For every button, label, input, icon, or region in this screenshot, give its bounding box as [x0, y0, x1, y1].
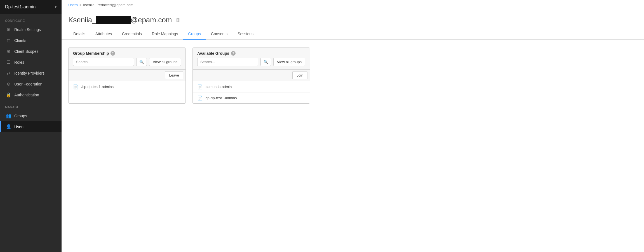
group-item-label: /cp-dp-test1-admins	[81, 85, 114, 89]
tab-sessions[interactable]: Sessions	[232, 29, 258, 40]
sidebar-item-groups[interactable]: 👥 Groups	[0, 110, 62, 121]
list-item[interactable]: 📄 cp-dp-test1-admins	[193, 92, 310, 103]
group-membership-search-input[interactable]	[73, 58, 134, 66]
sidebar-item-user-federation[interactable]: ⊘ User Federation	[0, 79, 62, 89]
sidebar-item-realm-settings[interactable]: ⚙ Realm Settings	[0, 24, 62, 35]
group-item-label: cp-dp-test1-admins	[206, 96, 237, 100]
leave-button[interactable]: Leave	[165, 71, 183, 79]
realm-settings-icon: ⚙	[6, 27, 11, 32]
roles-icon: ☰	[6, 60, 11, 65]
client-scopes-icon: ⊕	[6, 49, 11, 54]
authentication-icon: 🔒	[6, 92, 11, 98]
list-item[interactable]: 📄 camunda-admin	[193, 81, 310, 92]
realm-selector[interactable]: Dp-test1-admin ▾	[0, 0, 62, 14]
sidebar-item-label: Identity Providers	[14, 71, 44, 75]
group-item-label: camunda-admin	[206, 85, 232, 89]
group-membership-view-all-button[interactable]: View all groups	[149, 58, 181, 66]
group-membership-search-button[interactable]: 🔍	[136, 58, 147, 66]
available-groups-panel: Available Groups ? 🔍 View all groups Joi…	[192, 47, 310, 104]
sidebar-item-label: Authentication	[14, 93, 39, 97]
available-groups-title: Available Groups ?	[197, 51, 305, 56]
redacted-username	[96, 16, 131, 24]
sidebar-item-label: Users	[14, 125, 25, 129]
tab-credentials[interactable]: Credentials	[117, 29, 147, 40]
realm-name: Dp-test1-admin	[5, 4, 36, 9]
available-groups-controls: 🔍 View all groups	[197, 58, 305, 66]
identity-providers-icon: ⇄	[6, 70, 11, 76]
sidebar-item-label: User Federation	[14, 82, 42, 86]
tab-role-mappings[interactable]: Role Mappings	[147, 29, 183, 40]
join-button[interactable]: Join	[292, 71, 307, 79]
sidebar-item-label: Realm Settings	[14, 27, 41, 32]
available-groups-action-row: Join	[193, 70, 310, 81]
main-content: Users > kseniia_[redacted]@epam.com Ksen…	[62, 0, 644, 252]
group-membership-action-row: Leave	[69, 70, 185, 81]
breadcrumb: Users > kseniia_[redacted]@epam.com	[62, 0, 644, 10]
groups-icon: 👥	[6, 113, 11, 118]
available-groups-search-button[interactable]: 🔍	[260, 58, 271, 66]
breadcrumb-separator: >	[79, 3, 82, 7]
users-icon: 👤	[6, 124, 11, 129]
sidebar: Dp-test1-admin ▾ Configure ⚙ Realm Setti…	[0, 0, 62, 252]
configure-section-label: Configure	[0, 14, 62, 24]
available-groups-header: Available Groups ? 🔍 View all groups	[193, 48, 310, 70]
available-groups-help-icon[interactable]: ?	[231, 51, 236, 56]
tab-groups[interactable]: Groups	[183, 29, 206, 40]
sidebar-item-label: Groups	[14, 114, 27, 118]
group-membership-panel: Group Membership ? 🔍 View all groups Lea…	[68, 47, 186, 104]
tab-consents[interactable]: Consents	[206, 29, 232, 40]
title-prefix: Kseniia_	[68, 16, 96, 24]
sidebar-item-client-scopes[interactable]: ⊕ Client Scopes	[0, 46, 62, 57]
group-membership-list: 📄 /cp-dp-test1-admins	[69, 81, 185, 92]
sidebar-item-label: Client Scopes	[14, 49, 38, 54]
user-federation-icon: ⊘	[6, 81, 11, 87]
sidebar-item-users[interactable]: 👤 Users	[0, 121, 62, 132]
breadcrumb-current: kseniia_[redacted]@epam.com	[83, 3, 133, 7]
page-header: Kseniia_ @epam.com 🗑	[62, 10, 644, 24]
tab-details[interactable]: Details	[68, 29, 90, 40]
group-membership-header: Group Membership ? 🔍 View all groups	[69, 48, 185, 70]
available-groups-list: 📄 camunda-admin 📄 cp-dp-test1-admins	[193, 81, 310, 103]
group-membership-title: Group Membership ?	[73, 51, 181, 56]
chevron-down-icon: ▾	[55, 5, 57, 9]
available-groups-search-input[interactable]	[197, 58, 258, 66]
sidebar-item-roles[interactable]: ☰ Roles	[0, 57, 62, 68]
manage-section-label: Manage	[0, 100, 62, 110]
groups-content: Group Membership ? 🔍 View all groups Lea…	[62, 40, 644, 111]
tab-bar: Details Attributes Credentials Role Mapp…	[62, 29, 644, 40]
sidebar-item-clients[interactable]: ◻ Clients	[0, 35, 62, 46]
sidebar-item-authentication[interactable]: 🔒 Authentication	[0, 89, 62, 100]
clients-icon: ◻	[6, 38, 11, 43]
delete-user-icon[interactable]: 🗑	[176, 17, 181, 23]
group-doc-icon: 📄	[197, 95, 203, 101]
sidebar-item-label: Clients	[14, 38, 26, 43]
group-doc-icon: 📄	[73, 84, 79, 89]
sidebar-item-label: Roles	[14, 60, 24, 65]
group-membership-controls: 🔍 View all groups	[73, 58, 181, 66]
available-groups-view-all-button[interactable]: View all groups	[273, 58, 305, 66]
title-suffix: @epam.com	[131, 16, 172, 24]
list-item[interactable]: 📄 /cp-dp-test1-admins	[69, 81, 185, 92]
sidebar-item-identity-providers[interactable]: ⇄ Identity Providers	[0, 68, 62, 79]
group-membership-help-icon[interactable]: ?	[111, 51, 115, 56]
group-doc-icon: 📄	[197, 84, 203, 89]
breadcrumb-users-link[interactable]: Users	[68, 3, 78, 7]
page-title: Kseniia_ @epam.com	[68, 16, 172, 24]
tab-attributes[interactable]: Attributes	[90, 29, 117, 40]
